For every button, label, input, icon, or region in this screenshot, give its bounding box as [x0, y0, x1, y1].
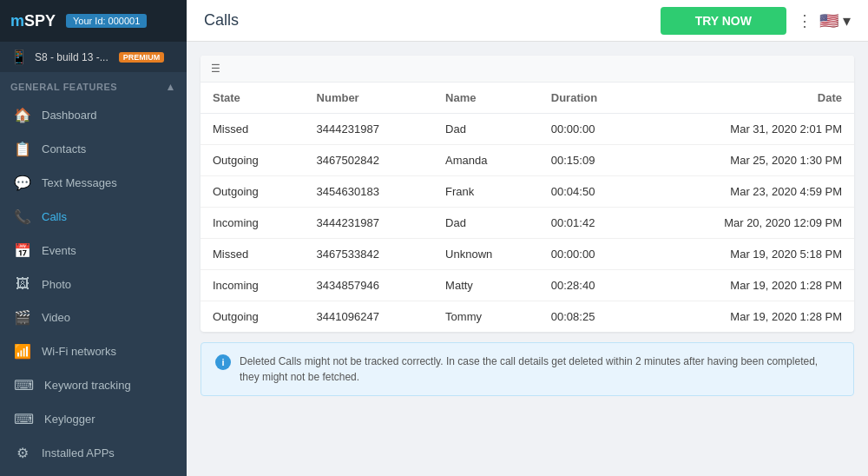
cell-state: Incoming — [201, 270, 305, 301]
keyword-tracking-icon: ⌨ — [14, 377, 34, 393]
events-icon: 📅 — [14, 242, 31, 259]
cell-number: 3441096247 — [305, 301, 434, 333]
top-bar: Calls TRY NOW ⋮ 🇺🇸 ▾ — [187, 0, 868, 42]
sidebar-item-wifi-networks[interactable]: 📶Wi-Fi networks — [0, 334, 187, 368]
logo: mSPY — [10, 12, 56, 30]
cell-date: Mar 23, 2020 4:59 PM — [643, 176, 854, 208]
sidebar-item-label: Installed APPs — [42, 446, 115, 459]
sidebar-item-photo[interactable]: 🖼Photo — [0, 268, 187, 301]
cell-duration: 00:01:42 — [539, 208, 644, 239]
cell-state: Missed — [201, 114, 305, 145]
installed-apps-icon: ⚙ — [14, 445, 31, 461]
android-icon: 📱 — [10, 49, 28, 65]
sidebar-item-calls[interactable]: 📞Calls — [0, 200, 187, 234]
video-icon: 🎬 — [14, 309, 31, 326]
cell-duration: 00:08:25 — [539, 301, 644, 333]
cell-duration: 00:28:40 — [539, 270, 644, 301]
cell-date: Mar 20, 2020 12:09 PM — [643, 208, 854, 239]
table-row: Outgoing 3454630183 Frank 00:04:50 Mar 2… — [201, 176, 854, 208]
photo-icon: 🖼 — [14, 276, 31, 292]
table-row: Missed 3467533842 Unknown 00:00:00 Mar 1… — [201, 239, 854, 270]
language-selector[interactable]: 🇺🇸 ▾ — [819, 11, 851, 30]
cell-name: Dad — [433, 114, 539, 145]
sidebar-item-label: Contacts — [42, 142, 86, 155]
contacts-icon: 📋 — [14, 141, 31, 157]
table-row: Incoming 3444231987 Dad 00:01:42 Mar 20,… — [201, 208, 854, 239]
premium-badge: PREMIUM — [119, 52, 165, 63]
table-row: Outgoing 3467502842 Amanda 00:15:09 Mar … — [201, 145, 854, 176]
sidebar-item-label: Keylogger — [44, 413, 95, 426]
more-options-icon[interactable]: ⋮ — [797, 11, 812, 30]
cell-date: Mar 19, 2020 1:28 PM — [643, 270, 854, 301]
chevron-up-icon: ▲ — [166, 81, 176, 93]
cell-number: 3434857946 — [305, 270, 434, 301]
cell-duration: 00:04:50 — [539, 176, 644, 208]
cell-date: Mar 31, 2020 2:01 PM — [643, 114, 854, 145]
cell-state: Missed — [201, 239, 305, 270]
general-features-header: GENERAL FEATURES ▲ — [0, 72, 187, 98]
device-row[interactable]: 📱 S8 - build 13 -... PREMIUM — [0, 42, 187, 72]
info-icon: i — [215, 354, 231, 370]
cell-number: 3444231987 — [305, 114, 434, 145]
table-subheader: ☰ — [201, 56, 854, 83]
cell-name: Frank — [433, 176, 539, 208]
cell-state: Outgoing — [201, 301, 305, 333]
cell-name: Matty — [433, 270, 539, 301]
cell-name: Amanda — [433, 145, 539, 176]
cell-name: Tommy — [433, 301, 539, 333]
wifi-networks-icon: 📶 — [14, 343, 31, 360]
sidebar-item-label: Photo — [42, 278, 71, 291]
sidebar-item-dashboard[interactable]: 🏠Dashboard — [0, 98, 187, 132]
cell-number: 3467533842 — [305, 239, 434, 270]
cell-duration: 00:00:00 — [539, 114, 644, 145]
col-duration: Duration — [539, 83, 644, 114]
sidebar-item-text-messages[interactable]: 💬Text Messages — [0, 166, 187, 200]
cell-state: Outgoing — [201, 176, 305, 208]
cell-date: Mar 25, 2020 1:30 PM — [643, 145, 854, 176]
cell-name: Unknown — [433, 239, 539, 270]
device-label: S8 - build 13 -... — [35, 51, 108, 63]
sidebar-item-events[interactable]: 📅Events — [0, 234, 187, 268]
sidebar-item-label: Video — [42, 311, 70, 324]
table-row: Outgoing 3441096247 Tommy 00:08:25 Mar 1… — [201, 301, 854, 333]
sidebar-item-label: Wi-Fi networks — [42, 345, 116, 358]
cell-duration: 00:00:00 — [539, 239, 644, 270]
table-header-row: State Number Name Duration Date — [201, 83, 854, 114]
sidebar-item-label: Calls — [42, 210, 67, 223]
top-bar-actions: ⋮ 🇺🇸 ▾ — [797, 11, 851, 30]
cell-state: Incoming — [201, 208, 305, 239]
cell-date: Mar 19, 2020 1:28 PM — [643, 301, 854, 333]
table-row: Incoming 3434857946 Matty 00:28:40 Mar 1… — [201, 270, 854, 301]
col-date: Date — [643, 83, 854, 114]
text-messages-icon: 💬 — [14, 175, 31, 191]
info-message: Deleted Calls might not be tracked corre… — [240, 354, 839, 385]
sidebar-item-label: Keyword tracking — [44, 379, 131, 392]
cell-date: Mar 19, 2020 5:18 PM — [643, 239, 854, 270]
cell-duration: 00:15:09 — [539, 145, 644, 176]
try-now-button[interactable]: TRY NOW — [661, 7, 786, 35]
table-row: Missed 3444231987 Dad 00:00:00 Mar 31, 2… — [201, 114, 854, 145]
cell-number: 3467502842 — [305, 145, 434, 176]
sidebar-item-keylogger[interactable]: ⌨Keylogger — [0, 402, 187, 436]
sidebar-item-label: Dashboard — [42, 109, 97, 122]
calls-table: State Number Name Duration Date Missed 3… — [201, 83, 854, 332]
calls-table-card: ☰ State Number Name Duration Date Missed… — [201, 56, 854, 332]
sidebar-item-keyword-tracking[interactable]: ⌨Keyword tracking — [0, 368, 187, 402]
sidebar-item-video[interactable]: 🎬Video — [0, 301, 187, 334]
user-id-badge: Your Id: 000001 — [66, 14, 147, 28]
cell-number: 3444231987 — [305, 208, 434, 239]
col-name: Name — [433, 83, 539, 114]
sidebar-header: mSPY Your Id: 000001 — [0, 0, 187, 42]
sidebar-item-contacts[interactable]: 📋Contacts — [0, 132, 187, 166]
sidebar: mSPY Your Id: 000001 📱 S8 - build 13 -..… — [0, 0, 187, 476]
sidebar-item-installed-apps[interactable]: ⚙Installed APPs — [0, 436, 187, 470]
main-content: Calls TRY NOW ⋮ 🇺🇸 ▾ ☰ State Number Name… — [187, 0, 868, 476]
page-title: Calls — [204, 11, 650, 30]
dashboard-icon: 🏠 — [14, 107, 31, 123]
cell-name: Dad — [433, 208, 539, 239]
sidebar-item-label: Events — [42, 244, 76, 257]
sidebar-item-label: Text Messages — [42, 176, 117, 189]
cell-state: Outgoing — [201, 145, 305, 176]
col-state: State — [201, 83, 305, 114]
col-number: Number — [305, 83, 434, 114]
